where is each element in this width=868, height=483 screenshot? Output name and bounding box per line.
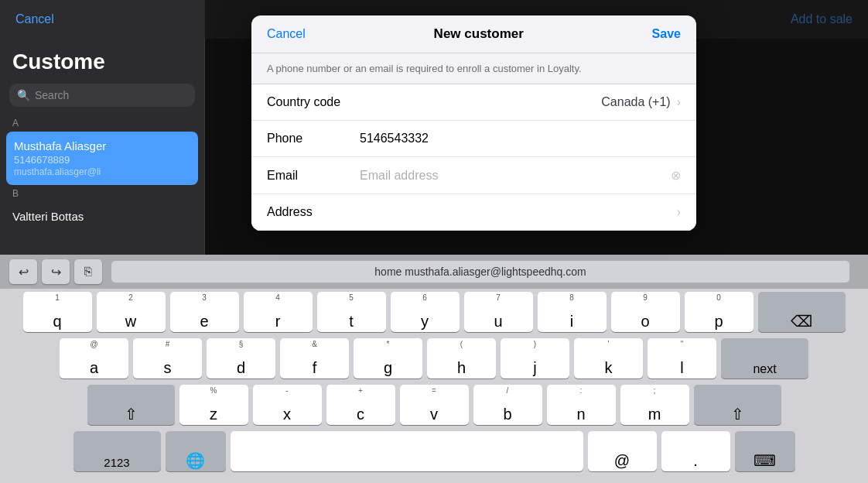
key-i[interactable]: 8i (538, 292, 607, 332)
at-key[interactable]: @ (588, 431, 657, 471)
key-row-3: ⇧ %z -x +c =v /b :n ;m ⇧ (3, 385, 865, 425)
hide-keyboard-key[interactable]: ⌨ (735, 431, 795, 471)
email-input[interactable]: Email address (360, 169, 665, 183)
modal-notice: A phone number or an email is required t… (251, 53, 696, 84)
address-label: Address (267, 205, 360, 219)
country-code-value: Canada (+1) (360, 95, 671, 109)
key-p[interactable]: 0p (685, 292, 754, 332)
keyboard-area: ↩ ↪ ⎘ home musthafa.aliasger@lightspeedh… (0, 255, 868, 483)
key-h[interactable]: (h (427, 338, 496, 379)
phone-row: Phone 5146543332 (251, 121, 696, 157)
keyboard-suggestion[interactable]: home musthafa.aliasger@lightspeedhq.com (111, 261, 849, 283)
customer-name-bottas: Valtteri Bottas (12, 210, 192, 223)
modal-title: New customer (434, 26, 524, 42)
chevron-right-icon: › (677, 95, 681, 109)
key-n[interactable]: :n (547, 385, 616, 425)
paste-button[interactable]: ⎘ (74, 259, 102, 284)
key-r[interactable]: 4r (244, 292, 313, 332)
customer-item-aliasger[interactable]: Musthafa Aliasger 5146678889 musthafa.al… (6, 132, 198, 185)
country-code-label: Country code (267, 95, 360, 109)
key-row-2: @a #s §d &f *g (h )j 'k "l next (3, 338, 865, 379)
key-a[interactable]: @a (60, 338, 128, 379)
key-o[interactable]: 9o (611, 292, 680, 332)
section-letter-a: A (0, 115, 204, 132)
country-code-row[interactable]: Country code Canada (+1) › (251, 84, 696, 121)
phone-label: Phone (267, 132, 360, 146)
section-letter-b: B (0, 185, 204, 202)
next-key[interactable]: next (721, 338, 808, 379)
search-bar[interactable]: 🔍 Search (9, 84, 195, 107)
key-x[interactable]: -x (253, 385, 322, 425)
key-m[interactable]: ;m (620, 385, 689, 425)
key-t[interactable]: 5t (317, 292, 386, 332)
modal-header: Cancel New customer Save (251, 15, 696, 53)
clear-icon[interactable]: ⊗ (671, 168, 681, 183)
modal-cancel-button[interactable]: Cancel (267, 27, 306, 41)
keyboard-toolbar: ↩ ↪ ⎘ home musthafa.aliasger@lightspeedh… (0, 255, 868, 289)
key-row-1: 1q 2w 3e 4r 5t 6y 7u 8i 9o 0p ⌫ (3, 292, 865, 332)
key-l[interactable]: "l (648, 338, 716, 379)
customer-email: musthafa.aliasger@li (14, 166, 184, 177)
modal-save-button[interactable]: Save (652, 27, 681, 41)
key-d[interactable]: §d (207, 338, 275, 379)
address-chevron-icon: › (677, 205, 681, 219)
modal-dialog: Cancel New customer Save A phone number … (251, 15, 696, 231)
key-w[interactable]: 2w (97, 292, 166, 332)
customer-name: Musthafa Aliasger (14, 139, 190, 152)
modal-body: Country code Canada (+1) › Phone 5146543… (251, 84, 696, 231)
key-q[interactable]: 1q (23, 292, 92, 332)
undo-button[interactable]: ↩ (9, 259, 37, 284)
key-v[interactable]: =v (400, 385, 469, 425)
key-k[interactable]: 'k (574, 338, 643, 379)
key-j[interactable]: )j (501, 338, 569, 379)
key-row-4: 2123 🌐 @ . ⌨ (3, 431, 865, 471)
phone-value[interactable]: 5146543332 (360, 132, 681, 146)
email-row: Email Email address ⊗ (251, 157, 696, 194)
search-input[interactable]: Search (35, 89, 69, 101)
shift-right-key[interactable]: ⇧ (694, 385, 781, 425)
key-f[interactable]: &f (280, 338, 349, 379)
email-label: Email (267, 169, 360, 183)
period-key[interactable]: . (661, 431, 730, 471)
key-s[interactable]: #s (133, 338, 202, 379)
toolbar-left: ↩ ↪ ⎘ (9, 259, 102, 284)
numbers-key[interactable]: 2123 (73, 431, 161, 471)
key-g[interactable]: *g (354, 338, 422, 379)
key-c[interactable]: +c (326, 385, 395, 425)
key-y[interactable]: 6y (391, 292, 460, 332)
search-icon: 🔍 (17, 89, 30, 101)
customer-phone: 5146678889 (14, 154, 190, 166)
key-z[interactable]: %z (179, 385, 248, 425)
backspace-key[interactable]: ⌫ (758, 292, 846, 332)
redo-button[interactable]: ↪ (42, 259, 70, 284)
key-b[interactable]: /b (473, 385, 542, 425)
key-e[interactable]: 3e (170, 292, 239, 332)
customer-list-title: Custome (0, 39, 204, 80)
top-cancel-button[interactable]: Cancel (15, 12, 54, 26)
space-key[interactable] (231, 431, 583, 471)
address-row[interactable]: Address › (251, 194, 696, 231)
shift-key[interactable]: ⇧ (87, 385, 175, 425)
globe-key[interactable]: 🌐 (166, 431, 226, 471)
customer-item-bottas[interactable]: Valtteri Bottas (0, 202, 204, 231)
keyboard-rows: 1q 2w 3e 4r 5t 6y 7u 8i 9o 0p ⌫ @a #s §d… (0, 289, 868, 474)
key-u[interactable]: 7u (464, 292, 533, 332)
